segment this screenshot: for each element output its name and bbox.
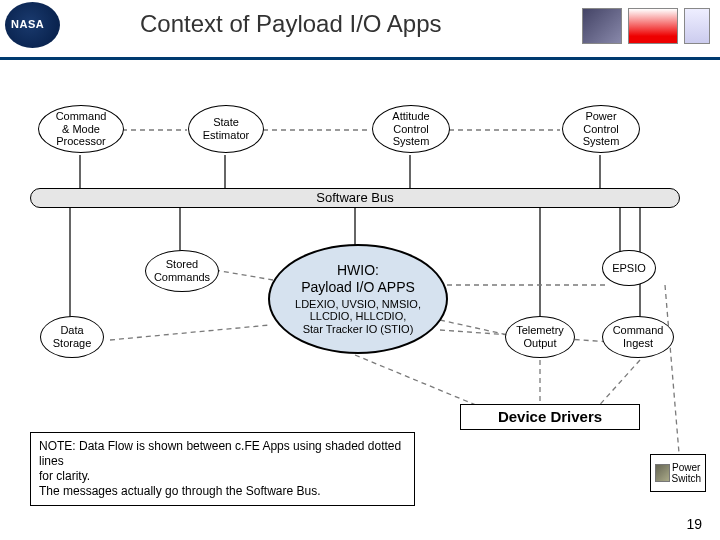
research-logo-icon — [628, 8, 678, 44]
label: State Estimator — [203, 116, 249, 141]
node-data-storage: Data Storage — [40, 316, 104, 358]
node-command-mode-processor: Command & Mode Processor — [38, 105, 124, 153]
svg-line-15 — [440, 320, 508, 335]
svg-line-21 — [665, 285, 680, 465]
nasa-logo-icon — [5, 2, 60, 48]
node-software-bus: Software Bus — [30, 188, 680, 208]
node-hwio-payload-io-apps: HWIO: Payload I/O APPS LDEXIO, UVSIO, NM… — [268, 244, 448, 354]
label: Command Ingest — [613, 324, 664, 349]
power-switch-icon — [655, 464, 670, 482]
hwio-title: HWIO: Payload I/O APPS — [301, 262, 415, 294]
spacecraft-icon — [582, 8, 622, 44]
footnote-box: NOTE: Data Flow is shown between c.FE Ap… — [30, 432, 415, 506]
probe-icon — [684, 8, 710, 44]
node-power-switch: Power Switch — [650, 454, 706, 492]
label: Command & Mode Processor — [56, 110, 107, 148]
label: Data Storage — [53, 324, 92, 349]
svg-line-14 — [110, 325, 270, 340]
slide-title: Context of Payload I/O Apps — [140, 10, 442, 38]
page-number: 19 — [686, 516, 702, 532]
node-telemetry-output: Telemetry Output — [505, 316, 575, 358]
hwio-subtitle: LDEXIO, UVSIO, NMSIO, LLCDIO, HLLCDIO, S… — [295, 298, 421, 336]
node-state-estimator: State Estimator — [188, 105, 264, 153]
label: Telemetry Output — [516, 324, 564, 349]
footnote-text: NOTE: Data Flow is shown between c.FE Ap… — [39, 439, 401, 498]
label: Stored Commands — [154, 258, 210, 283]
label: Power Switch — [672, 462, 701, 485]
node-stored-commands: Stored Commands — [145, 250, 219, 292]
svg-line-13 — [215, 270, 273, 280]
label: Device Drivers — [498, 408, 602, 425]
node-command-ingest: Command Ingest — [602, 316, 674, 358]
label: Software Bus — [316, 191, 393, 206]
node-device-drivers: Device Drivers — [460, 404, 640, 430]
node-attitude-control-system: Attitude Control System — [372, 105, 450, 153]
slide-header: Context of Payload I/O Apps — [0, 0, 720, 60]
node-power-control-system: Power Control System — [562, 105, 640, 153]
label: Attitude Control System — [392, 110, 429, 148]
svg-line-20 — [595, 360, 640, 410]
label: EPSIO — [612, 262, 646, 275]
header-badges — [582, 8, 710, 44]
node-epsio: EPSIO — [602, 250, 656, 286]
label: Power Control System — [583, 110, 620, 148]
